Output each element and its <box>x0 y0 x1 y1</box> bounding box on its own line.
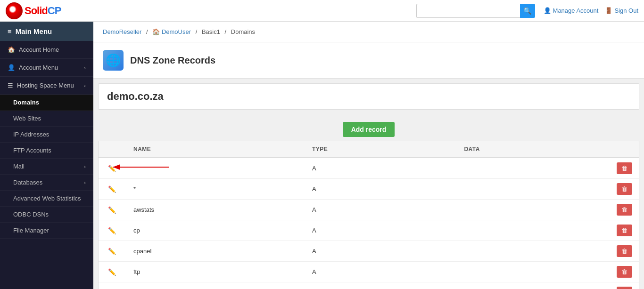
table-row: ✏️ imap A 🗑 <box>99 282 639 289</box>
sidebar-item-web-sites[interactable]: Web Sites <box>0 111 93 127</box>
delete-record-button[interactable]: 🗑 <box>617 266 632 278</box>
nav-links: 👤 Manage Account 🚪 Sign Out <box>544 7 638 14</box>
row-actions-cell: ✏️ <box>99 179 127 200</box>
delete-record-button[interactable]: 🗑 <box>617 245 632 257</box>
content-area: DemoReseller / 🏠 DemoUser / Basic1 / Dom… <box>93 22 644 289</box>
breadcrumb-demouser[interactable]: DemoUser <box>162 28 191 35</box>
sidebar-item-account-home[interactable]: 🏠 Account Home <box>0 41 93 59</box>
col-name: NAME <box>127 141 305 158</box>
table-row: ✏️ * A 🗑 <box>99 179 639 200</box>
menu-lines-icon: ☰ <box>8 82 13 89</box>
record-data-cell <box>457 179 610 200</box>
row-delete-cell: 🗑 <box>610 220 639 241</box>
sidebar: ≡ Main Menu 🏠 Account Home 👤 Account Men… <box>0 22 93 289</box>
record-data-cell <box>457 241 610 262</box>
table-row: ✏️ cpanel A 🗑 <box>99 241 639 262</box>
record-data-cell <box>457 262 610 282</box>
delete-record-button[interactable]: 🗑 <box>617 287 632 289</box>
record-type-cell: A <box>305 158 457 179</box>
domain-name-box: demo.co.za <box>98 83 639 110</box>
record-type-cell: A <box>305 179 457 200</box>
table-header-row: NAME TYPE DATA <box>99 141 639 158</box>
edit-record-button[interactable]: ✏️ <box>105 226 119 235</box>
record-type-cell: A <box>305 262 457 282</box>
add-record-button[interactable]: Add record <box>343 122 395 137</box>
col-actions <box>99 141 127 158</box>
record-name-cell: ftp <box>127 262 305 282</box>
breadcrumb: DemoReseller / 🏠 DemoUser / Basic1 / Dom… <box>93 22 644 42</box>
breadcrumb-demoreseller[interactable]: DemoReseller <box>103 28 141 35</box>
table-row: ✏️ awstats A 🗑 <box>99 200 639 220</box>
row-delete-cell: 🗑 <box>610 179 639 200</box>
record-data-cell <box>457 200 610 220</box>
delete-record-button[interactable]: 🗑 <box>617 204 632 216</box>
record-data-cell <box>457 220 610 241</box>
row-actions-cell: ✏️ <box>99 220 127 241</box>
breadcrumb-home-icon: 🏠 <box>152 28 160 35</box>
sidebar-item-account-menu[interactable]: 👤 Account Menu › <box>0 59 93 77</box>
record-name-cell: imap <box>127 282 305 289</box>
dns-table-container: NAME TYPE DATA ✏️ A 🗑 ✏️ * A <box>98 141 639 289</box>
edit-record-button[interactable]: ✏️ <box>105 247 119 256</box>
manage-account-link[interactable]: 👤 Manage Account <box>544 7 599 14</box>
edit-record-button[interactable]: ✏️ <box>105 164 119 173</box>
sidebar-item-domains[interactable]: Domains <box>0 95 93 111</box>
record-type-cell: A <box>305 282 457 289</box>
row-delete-cell: 🗑 <box>610 262 639 282</box>
chevron-down-icon: › <box>84 164 86 169</box>
menu-icon: ≡ <box>8 27 12 35</box>
logo-icon <box>6 2 23 19</box>
record-type-cell: A <box>305 241 457 262</box>
row-delete-cell: 🗑 <box>610 282 639 289</box>
record-name-cell: cpanel <box>127 241 305 262</box>
row-actions-cell: ✏️ <box>99 158 127 179</box>
col-type: TYPE <box>305 141 457 158</box>
dns-zone-records-icon <box>103 50 124 71</box>
edit-record-button[interactable]: ✏️ <box>105 205 119 215</box>
sidebar-item-advanced-web-statistics[interactable]: Advanced Web Statistics <box>0 191 93 207</box>
breadcrumb-basic1: Basic1 <box>202 28 220 35</box>
delete-record-button[interactable]: 🗑 <box>617 225 632 236</box>
sidebar-item-databases[interactable]: Databases › <box>0 175 93 191</box>
logo: SolidCP <box>6 2 61 19</box>
delete-record-button[interactable]: 🗑 <box>617 183 632 195</box>
sidebar-item-ip-addresses[interactable]: IP Addresses <box>0 127 93 143</box>
sign-out-link[interactable]: 🚪 Sign Out <box>605 7 638 14</box>
record-name-cell: * <box>127 179 305 200</box>
home-icon: 🏠 <box>8 46 15 53</box>
record-data-cell <box>457 282 610 289</box>
record-name-cell: awstats <box>127 200 305 220</box>
sidebar-item-odbc-dsns[interactable]: ODBC DSNs <box>0 207 93 223</box>
col-delete <box>610 141 639 158</box>
delete-record-button[interactable]: 🗑 <box>617 162 632 174</box>
add-record-area: Add record <box>93 114 644 141</box>
sidebar-item-hosting-space-menu[interactable]: ☰ Hosting Space Menu ‹ <box>0 77 93 95</box>
row-delete-cell: 🗑 <box>610 200 639 220</box>
main-layout: ≡ Main Menu 🏠 Account Home 👤 Account Men… <box>0 22 644 289</box>
record-data-cell <box>457 158 610 179</box>
row-delete-cell: 🗑 <box>610 241 639 262</box>
logo-text: SolidCP <box>25 5 61 17</box>
top-navbar: SolidCP 🔍 👤 Manage Account 🚪 Sign Out <box>0 0 644 22</box>
search-input[interactable] <box>416 4 520 18</box>
edit-record-button[interactable]: ✏️ <box>105 267 119 277</box>
search-area: 🔍 <box>416 4 535 18</box>
search-button[interactable]: 🔍 <box>520 4 535 18</box>
edit-record-button[interactable]: ✏️ <box>105 185 119 194</box>
page-header: DNS Zone Records <box>93 42 644 79</box>
page-title: DNS Zone Records <box>130 55 215 66</box>
col-data: DATA <box>457 141 610 158</box>
record-type-cell: A <box>305 220 457 241</box>
row-actions-cell: ✏️ <box>99 262 127 282</box>
user-icon: 👤 <box>544 7 551 14</box>
sidebar-item-ftp-accounts[interactable]: FTP Accounts <box>0 143 93 159</box>
chevron-left-icon: ‹ <box>84 83 86 88</box>
main-menu-toggle[interactable]: ≡ Main Menu <box>0 22 93 41</box>
record-type-cell: A <box>305 200 457 220</box>
chevron-down-icon: › <box>84 180 86 185</box>
sidebar-item-mail[interactable]: Mail › <box>0 159 93 175</box>
row-actions-cell: ✏️ <box>99 282 127 289</box>
table-row: ✏️ A 🗑 <box>99 158 639 179</box>
breadcrumb-domains: Domains <box>231 28 255 35</box>
sidebar-item-file-manager[interactable]: File Manager <box>0 223 93 239</box>
